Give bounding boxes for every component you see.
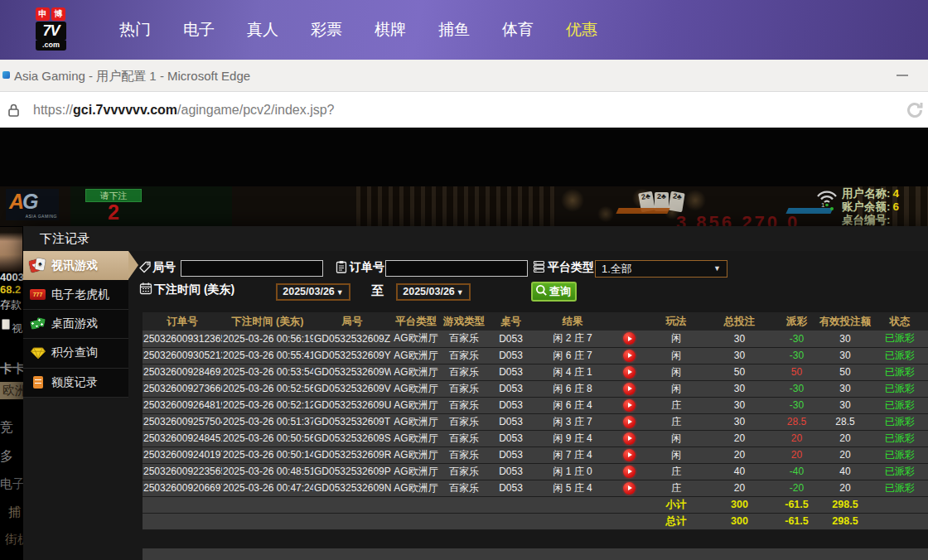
order-input[interactable] [385, 260, 528, 277]
play-cell: 庄 [648, 397, 704, 413]
column-header: 结果 [534, 312, 611, 331]
platform-cell: AG欧洲厅 [391, 413, 441, 430]
nav-item[interactable]: 棋牌 [375, 19, 406, 41]
status-cell: 已派彩 [872, 397, 928, 413]
round-cell: GD0532532609U [313, 397, 391, 413]
total-bet-cell: 30 [704, 413, 775, 430]
table-cell: D053 [487, 380, 534, 397]
url-domain: gci.7vvvvvv.com [73, 103, 177, 117]
round-cell: GD0532532609N [313, 480, 391, 496]
empty-cell [487, 496, 534, 513]
time-cell: 2025-03-26 00:53:54 [222, 364, 313, 380]
nav-item[interactable]: 捕鱼 [438, 19, 470, 41]
valid-bet-cell: 30 [819, 397, 872, 413]
order-cell: 250326009257504 [143, 413, 222, 430]
result-cell: 闲 6 庄 8 [534, 380, 611, 397]
subtotal-row: 小计300-61.5298.5 [143, 496, 928, 513]
search-button[interactable]: 查询 [531, 282, 577, 302]
platform-cell: AG欧洲厅 [391, 380, 441, 397]
platform-cell: AG欧洲厅 [391, 480, 441, 496]
valid-bet-cell: 30 [819, 347, 872, 364]
platform-cell: AG欧洲厅 [391, 364, 441, 380]
refresh-icon[interactable] [905, 100, 925, 123]
order-cell: 250326009312365 [143, 331, 222, 347]
time-cell: 2025-03-26 00:48:51 [222, 463, 313, 480]
valid-bet-cell: 30 [819, 380, 872, 397]
nav-item[interactable]: 彩票 [311, 19, 342, 41]
order-cell: 250326009305213 [143, 347, 222, 364]
sidebar-item[interactable]: 额度记录 [23, 369, 128, 398]
platform-cell: AG欧洲厅 [391, 347, 441, 364]
table-cell: D053 [487, 397, 534, 413]
table-cell: D053 [487, 480, 534, 496]
seat-number: 1 [821, 201, 824, 209]
play-icon[interactable] [623, 449, 636, 461]
screen: 申 博 7V .com 热门电子真人彩票棋牌捕鱼体育优惠 Asia Gaming… [0, 0, 928, 560]
nav-item[interactable]: 优惠 [566, 19, 597, 41]
asia-gaming-logo: AG ASIA GAMING [6, 189, 59, 220]
payout-cell: -40 [775, 463, 819, 480]
empty-cell [611, 513, 648, 529]
play-cell: 闲 [648, 347, 704, 364]
play-icon[interactable] [623, 366, 636, 379]
page-background [0, 130, 928, 186]
sidebar-item[interactable]: 777电子老虎机 [23, 280, 128, 309]
date-from-select[interactable]: 2025/03/26▼ [276, 283, 350, 301]
valid-bet-cell: 298.5 [819, 496, 872, 513]
column-header: 订单号 [143, 312, 222, 331]
curtain-decor [356, 186, 555, 226]
platform-select[interactable]: 1.全部 ▼ [595, 260, 727, 278]
sidebar-item[interactable]: 桌面游戏 [23, 310, 128, 339]
table-row: 2503260092846912025-03-26 00:53:54GD0532… [143, 364, 928, 380]
replay-cell [611, 463, 648, 480]
play-icon[interactable] [623, 416, 636, 428]
valid-bet-cell: 20 [819, 447, 872, 463]
play-cell: 闲 [648, 430, 704, 447]
logo-domain: .com [36, 41, 66, 51]
empty-cell [313, 496, 391, 513]
cards-icon: ♥♠ [30, 258, 46, 273]
payout-cell: -30 [775, 347, 819, 364]
address-input[interactable]: https://gci.7vvvvvv.com/agingame/pcv2/in… [33, 92, 335, 128]
nav-item[interactable]: 电子 [183, 19, 215, 41]
play-icon[interactable] [623, 399, 636, 412]
result-cell: 闲 7 庄 4 [534, 447, 611, 463]
payout-cell: -61.5 [775, 496, 819, 513]
payout-cell: -20 [775, 480, 819, 496]
table-cell: D053 [487, 463, 534, 480]
nav-item[interactable]: 真人 [247, 19, 278, 41]
site-logo[interactable]: 申 博 7V .com [36, 7, 67, 51]
nav-item[interactable]: 热门 [119, 19, 151, 41]
total-bet-cell: 20 [704, 430, 775, 447]
sidebar-item[interactable]: ♥♠视讯游戏 [23, 251, 128, 280]
nav-item[interactable]: 体育 [502, 19, 534, 41]
valid-bet-cell: 20 [819, 480, 872, 496]
sidebar-item-label: 电子老虎机 [51, 287, 109, 302]
play-icon[interactable] [623, 350, 636, 362]
play-icon[interactable] [623, 383, 636, 395]
bg-fragment: 视 [12, 321, 22, 336]
minimize-button[interactable] [897, 75, 908, 76]
window-title: Asia Gaming - 用户配置 1 - Microsoft Edge [14, 60, 250, 92]
round-cell: GD0532532609V [313, 380, 391, 397]
payout-cell: 20 [775, 430, 819, 447]
play-icon[interactable] [623, 482, 636, 495]
platform-cell: AG欧洲厅 [391, 331, 441, 347]
table-row: 2503260092648192025-03-26 00:52:12GD0532… [143, 397, 928, 413]
bottom-strip [143, 548, 928, 560]
round-input[interactable] [181, 260, 323, 277]
play-icon[interactable] [623, 332, 636, 345]
column-header: 派彩 [775, 312, 819, 331]
status-cell: 已派彩 [872, 430, 928, 447]
play-icon[interactable] [623, 432, 636, 445]
date-to-select[interactable]: 2025/03/26▼ [396, 283, 471, 301]
sidebar-item[interactable]: 积分查询 [23, 339, 128, 368]
stream-strip: AG ASIA GAMING 请下注 2 2♣2♣2♣ 3 856 270 0 … [0, 186, 928, 226]
valid-bet-cell: 50 [819, 364, 872, 380]
play-icon[interactable] [623, 466, 636, 478]
empty-cell [611, 496, 648, 513]
table-row: 2503260092401972025-03-26 00:50:14GD0532… [143, 447, 928, 463]
replay-cell [611, 447, 648, 463]
time-cell: 2025-03-26 00:55:41 [222, 347, 313, 364]
empty-cell [313, 513, 391, 529]
